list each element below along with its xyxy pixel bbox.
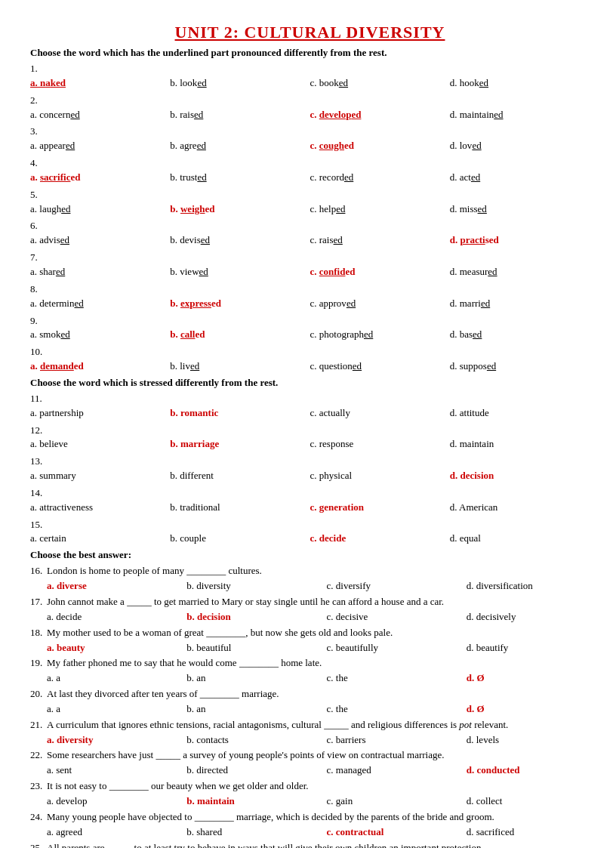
q20-a: a. a bbox=[47, 702, 186, 717]
q18-c: c. beautifully bbox=[327, 641, 467, 655]
q11-b: b. romantic bbox=[170, 406, 310, 421]
q25-text: All parents are _____ to at least try to… bbox=[47, 841, 481, 849]
q6-c: c. raised bbox=[310, 233, 450, 248]
q6-a: a. advised bbox=[30, 233, 170, 248]
q15-num: 15. bbox=[30, 518, 47, 532]
q15-a: a. certain bbox=[30, 532, 170, 546]
q1-a: a. naked bbox=[30, 76, 170, 91]
q4-a: a. sacrificed bbox=[30, 171, 170, 185]
q1-b: b. looked bbox=[170, 76, 310, 91]
question-25: 25. All parents are _____ to at least tr… bbox=[30, 841, 590, 849]
q21-text: A curriculum that ignores ethnic tension… bbox=[47, 718, 508, 732]
q8-num: 8. bbox=[30, 282, 47, 297]
q8-a: a. determined bbox=[30, 297, 170, 311]
q16-c: c. diversify bbox=[327, 579, 467, 594]
q21-num: 21. bbox=[30, 718, 47, 732]
q24-c: c. contractual bbox=[327, 825, 467, 840]
q11-c: c. actually bbox=[310, 406, 450, 421]
q3-c: c. coughed bbox=[310, 139, 450, 153]
question-17: 17. John cannot make a _____ to get marr… bbox=[30, 595, 590, 624]
q19-a: a. a bbox=[47, 671, 186, 686]
q12-c: c. response bbox=[310, 437, 450, 452]
section1-instruction: Choose the word which has the underlined… bbox=[30, 47, 590, 59]
section3-instruction: Choose the best answer: bbox=[30, 549, 590, 561]
q5-b: b. weighed bbox=[170, 202, 310, 217]
q4-c: c. recorded bbox=[310, 171, 450, 185]
question-3: 3. a. appeared b. agreed c. coughed d. l… bbox=[30, 125, 590, 155]
q20-num: 20. bbox=[30, 687, 47, 702]
q14-c: c. generation bbox=[310, 501, 450, 515]
q22-text: Some researchers have just _____ a surve… bbox=[47, 748, 445, 763]
q10-num: 10. bbox=[30, 345, 47, 359]
q15-c: c. decide bbox=[310, 532, 450, 546]
question-14: 14. a. attractiveness b. traditional c. … bbox=[30, 486, 590, 517]
q15-b: b. couple bbox=[170, 532, 310, 546]
q13-num: 13. bbox=[30, 455, 47, 469]
q13-c: c. physical bbox=[310, 469, 450, 483]
q9-a: a. smoked bbox=[30, 328, 170, 342]
q23-d: d. collect bbox=[467, 794, 606, 809]
question-12: 12. a. believe b. marriage c. response d… bbox=[30, 424, 590, 454]
q16-text: London is home to people of many _______… bbox=[47, 564, 262, 578]
q8-d: d. married bbox=[450, 297, 590, 311]
question-16: 16. London is home to people of many ___… bbox=[30, 564, 590, 594]
q20-d: d. Ø bbox=[467, 702, 606, 717]
question-13: 13. a. summary b. different c. physical … bbox=[30, 455, 590, 485]
q18-text: My mother used to be a woman of great __… bbox=[47, 626, 393, 640]
q17-text: John cannot make a _____ to get married … bbox=[47, 595, 444, 609]
q5-d: d. missed bbox=[450, 202, 590, 217]
question-10: 10. a. demanded b. lived c. questioned d… bbox=[30, 345, 590, 375]
q7-b: b. viewed bbox=[170, 265, 310, 279]
q21-d: d. levels bbox=[467, 733, 606, 748]
question-15: 15. a. certain b. couple c. decide d. eq… bbox=[30, 518, 590, 548]
q22-b: b. directed bbox=[186, 763, 326, 778]
q9-d: d. based bbox=[450, 328, 590, 342]
question-20: 20. At last they divorced after ten year… bbox=[30, 687, 590, 717]
q13-b: b. different bbox=[170, 469, 310, 483]
q13-a: a. summary bbox=[30, 469, 170, 483]
q24-b: b. shared bbox=[186, 825, 326, 840]
q17-a: a. decide bbox=[47, 610, 186, 624]
q16-b: b. diversity bbox=[186, 579, 326, 594]
q23-num: 23. bbox=[30, 779, 47, 794]
q19-text: My father phoned me to say that he would… bbox=[47, 656, 322, 671]
q2-c: c. developed bbox=[310, 108, 450, 122]
q22-d: d. conducted bbox=[467, 763, 606, 778]
q13-d: d. decision bbox=[450, 469, 590, 483]
q18-d: d. beautify bbox=[467, 641, 606, 655]
question-6: 6. a. advised b. devised c. raised d. pr… bbox=[30, 219, 590, 249]
q3-num: 3. bbox=[30, 125, 47, 139]
q12-a: a. believe bbox=[30, 437, 170, 452]
q19-num: 19. bbox=[30, 656, 47, 671]
q2-num: 2. bbox=[30, 94, 47, 108]
q16-num: 16. bbox=[30, 564, 47, 578]
q23-c: c. gain bbox=[327, 794, 467, 809]
q8-b: b. expressed bbox=[170, 297, 310, 311]
q7-a: a. shared bbox=[30, 265, 170, 279]
q19-c: c. the bbox=[327, 671, 467, 686]
q7-num: 7. bbox=[30, 251, 47, 265]
q18-num: 18. bbox=[30, 626, 47, 640]
question-8: 8. a. determined b. expressed c. approve… bbox=[30, 282, 590, 313]
q8-c: c. approved bbox=[310, 297, 450, 311]
q2-a: a. concerned bbox=[30, 108, 170, 122]
q10-b: b. lived bbox=[170, 359, 310, 374]
q18-b: b. beautiful bbox=[186, 641, 326, 655]
q5-a: a. laughed bbox=[30, 202, 170, 217]
q3-d: d. loved bbox=[450, 139, 590, 153]
q6-b: b. devised bbox=[170, 233, 310, 248]
q17-b: b. decision bbox=[186, 610, 326, 624]
q20-text: At last they divorced after ten years of… bbox=[47, 687, 279, 702]
q20-c: c. the bbox=[327, 702, 467, 717]
q17-c: c. decisive bbox=[327, 610, 467, 624]
q22-c: c. managed bbox=[327, 763, 467, 778]
q4-num: 4. bbox=[30, 156, 47, 171]
q16-d: d. diversification bbox=[467, 579, 606, 594]
q5-num: 5. bbox=[30, 188, 47, 202]
q9-c: c. photographed bbox=[310, 328, 450, 342]
q24-num: 24. bbox=[30, 810, 47, 825]
q1-d: d. hooked bbox=[450, 76, 590, 91]
q18-a: a. beauty bbox=[47, 641, 186, 655]
q19-d: d. Ø bbox=[467, 671, 606, 686]
question-18: 18. My mother used to be a woman of grea… bbox=[30, 626, 590, 655]
